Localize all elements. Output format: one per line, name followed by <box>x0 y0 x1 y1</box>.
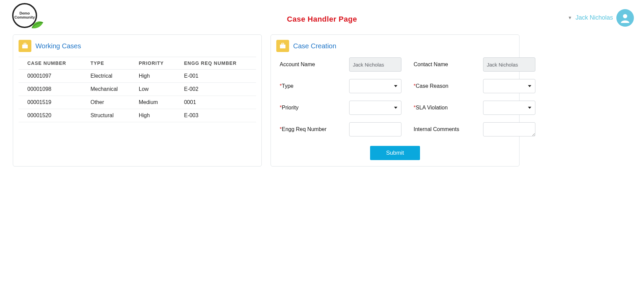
cell-priority: High <box>130 109 175 122</box>
chevron-down-icon[interactable]: ▼ <box>568 15 572 20</box>
cell-type: Electrical <box>82 70 130 83</box>
label-priority: Priority <box>282 105 299 110</box>
label-sla-violation: SLA Violation <box>416 105 448 110</box>
cell-priority: Medium <box>130 96 175 109</box>
logo-text-top: Demo <box>20 11 30 15</box>
col-type: TYPE <box>82 57 130 70</box>
cell-engg: 0001 <box>175 96 256 109</box>
cell-type: Mechanical <box>82 83 130 96</box>
svg-rect-3 <box>280 45 285 48</box>
table-row[interactable]: 00001098 Mechanical Low E-002 <box>19 83 256 96</box>
cell-engg: E-001 <box>175 70 256 83</box>
label-account-name: Account Name <box>280 61 337 68</box>
sla-violation-select[interactable] <box>483 101 535 115</box>
svg-rect-4 <box>282 43 284 45</box>
avatar[interactable] <box>616 9 634 27</box>
cell-priority: High <box>130 70 175 83</box>
cell-type: Structural <box>82 109 130 122</box>
working-cases-title: Working Cases <box>35 42 81 50</box>
label-contact-name: Contact Name <box>414 61 471 68</box>
col-priority: PRIORITY <box>130 57 175 70</box>
label-engg-req: Engg Req Number <box>282 126 327 132</box>
working-cases-card: Working Cases CASE NUMBER TYPE PRIORITY … <box>13 34 262 166</box>
label-internal-comments: Internal Comments <box>414 126 471 132</box>
cell-type: Other <box>82 96 130 109</box>
page-title: Case Handler Page <box>287 15 357 24</box>
cell-engg: E-003 <box>175 109 256 122</box>
cell-case-number: 00001097 <box>19 70 82 83</box>
type-select[interactable] <box>349 79 401 93</box>
label-type: Type <box>282 83 293 89</box>
submit-button[interactable]: Submit <box>370 146 420 160</box>
table-row[interactable]: 00001520 Structural High E-003 <box>19 109 256 122</box>
account-name-field <box>349 57 401 72</box>
case-creation-card: Case Creation Account Name Contact Name … <box>271 34 520 166</box>
svg-rect-2 <box>24 43 26 45</box>
cell-engg: E-002 <box>175 83 256 96</box>
contact-name-field <box>483 57 535 72</box>
cell-case-number: 00001098 <box>19 83 82 96</box>
cell-case-number: 00001519 <box>19 96 82 109</box>
table-row[interactable]: 00001519 Other Medium 0001 <box>19 96 256 109</box>
svg-point-0 <box>623 14 627 18</box>
priority-select[interactable] <box>349 101 401 115</box>
user-name-link[interactable]: Jack Nicholas <box>576 14 613 21</box>
label-case-reason: Case Reason <box>416 83 448 89</box>
cell-case-number: 00001520 <box>19 109 82 122</box>
col-case-number: CASE NUMBER <box>19 57 82 70</box>
logo: Demo Community <box>10 3 44 29</box>
logo-text-bottom: Community <box>15 15 35 19</box>
engg-req-number-field[interactable] <box>349 122 401 136</box>
briefcase-icon <box>19 40 31 52</box>
table-row[interactable]: 00001097 Electrical High E-001 <box>19 70 256 83</box>
case-creation-title: Case Creation <box>293 42 336 50</box>
case-reason-select[interactable] <box>483 79 535 93</box>
user-icon <box>620 13 630 23</box>
internal-comments-field[interactable] <box>483 122 535 136</box>
cell-priority: Low <box>130 83 175 96</box>
svg-rect-1 <box>22 45 28 48</box>
working-cases-table: CASE NUMBER TYPE PRIORITY ENGG REQ NUMBE… <box>19 57 256 122</box>
briefcase-icon <box>276 40 289 52</box>
col-engg-req: ENGG REQ NUMBER <box>175 57 256 70</box>
leaf-icon <box>31 20 44 29</box>
